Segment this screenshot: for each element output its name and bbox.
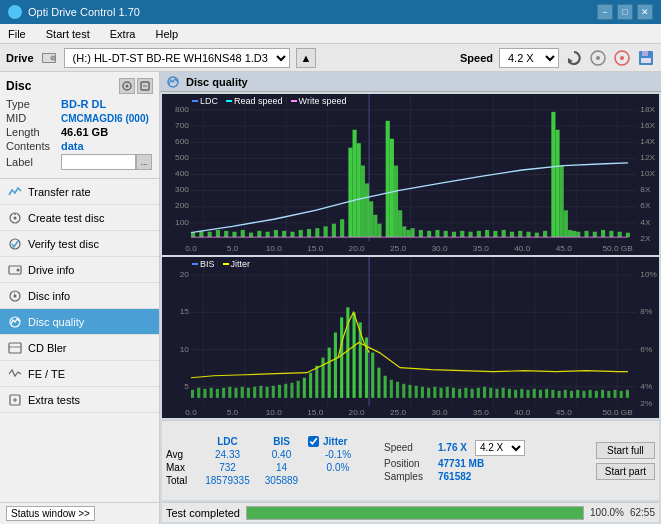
eject-button[interactable]: ▲ (296, 48, 317, 68)
menu-file[interactable]: File (4, 27, 30, 41)
disc-label-row: Label ... (6, 154, 153, 170)
nav-drive-info[interactable]: Drive info (0, 257, 159, 283)
drive-bar: Drive (H:) HL-DT-ST BD-RE WH16NS48 1.D3 … (0, 44, 661, 72)
svg-rect-80 (191, 233, 195, 237)
speed-stat-select[interactable]: 4.2 X (475, 440, 525, 456)
disc-icon-btn-1[interactable] (119, 78, 135, 94)
drive-select[interactable]: (H:) HL-DT-ST BD-RE WH16NS48 1.D3 (64, 48, 290, 68)
svg-point-8 (620, 56, 624, 60)
svg-rect-184 (216, 389, 219, 398)
svg-rect-84 (224, 231, 228, 237)
drive-info-icon (8, 263, 22, 277)
stats-jitter-header: Jitter (323, 436, 347, 447)
status-window-button[interactable]: Status window >> (6, 506, 95, 521)
svg-rect-203 (334, 332, 337, 397)
svg-text:16X: 16X (640, 122, 655, 130)
samples-row: Samples 761582 (384, 471, 525, 482)
nav-disc-info[interactable]: i Disc info (0, 283, 159, 309)
svg-text:200: 200 (175, 202, 189, 210)
svg-text:10: 10 (180, 345, 190, 354)
svg-rect-83 (216, 230, 220, 237)
svg-rect-186 (228, 387, 231, 398)
svg-rect-115 (427, 231, 431, 237)
svg-rect-100 (353, 130, 357, 237)
svg-rect-239 (558, 391, 561, 398)
svg-rect-133 (564, 210, 568, 237)
action-buttons: Start full Start part (596, 442, 655, 480)
legend-write-speed-label: Write speed (299, 96, 347, 106)
svg-text:14X: 14X (640, 138, 655, 146)
svg-rect-217 (421, 387, 424, 398)
svg-text:50.0 GB: 50.0 GB (602, 244, 632, 252)
menu-help[interactable]: Help (151, 27, 182, 41)
svg-rect-189 (247, 388, 250, 398)
nav-extra-tests[interactable]: Extra tests (0, 387, 159, 413)
label-browse-button[interactable]: ... (136, 154, 152, 170)
svg-rect-188 (241, 387, 244, 398)
svg-rect-135 (572, 231, 576, 237)
svg-text:15.0: 15.0 (307, 408, 324, 417)
nav-transfer-rate[interactable]: Transfer rate (0, 179, 159, 205)
nav-fe-te[interactable]: FE / TE (0, 361, 159, 387)
menu-start-test[interactable]: Start test (42, 27, 94, 41)
title-bar-controls: − □ ✕ (597, 4, 653, 20)
svg-rect-103 (365, 183, 369, 237)
svg-rect-137 (584, 231, 588, 237)
svg-point-17 (14, 216, 17, 219)
legend-write-speed: Write speed (291, 96, 347, 106)
svg-rect-196 (290, 383, 293, 398)
nav-disc-quality-label: Disc quality (28, 316, 84, 328)
start-full-button[interactable]: Start full (596, 442, 655, 459)
svg-rect-228 (489, 388, 492, 398)
svg-text:45.0: 45.0 (556, 244, 572, 252)
close-button[interactable]: ✕ (637, 4, 653, 20)
svg-point-3 (51, 56, 54, 59)
svg-rect-233 (520, 389, 523, 398)
disc-panel-label: Disc (6, 79, 31, 93)
svg-rect-113 (411, 228, 415, 237)
disc-write-icon[interactable] (613, 49, 631, 67)
svg-rect-117 (444, 231, 448, 237)
minimize-button[interactable]: − (597, 4, 613, 20)
save-icon[interactable] (637, 49, 655, 67)
svg-rect-129 (543, 231, 547, 237)
disc-type-value: BD-R DL (61, 98, 106, 110)
start-part-button[interactable]: Start part (596, 463, 655, 480)
disc-read-icon[interactable] (589, 49, 607, 67)
max-label: Max (166, 462, 196, 473)
nav-fe-te-label: FE / TE (28, 368, 65, 380)
nav-verify-test-disc[interactable]: Verify test disc (0, 231, 159, 257)
svg-rect-180 (191, 390, 194, 398)
disc-label-input[interactable] (61, 154, 136, 170)
disc-icon-btn-2[interactable] (137, 78, 153, 94)
title-bar-left: Opti Drive Control 1.70 (8, 5, 140, 19)
svg-text:500: 500 (175, 154, 189, 162)
speed-select[interactable]: 4.2 X (499, 48, 559, 68)
refresh-icon[interactable] (565, 49, 583, 67)
svg-rect-197 (297, 381, 300, 398)
svg-rect-140 (609, 231, 613, 237)
jitter-checkbox[interactable] (308, 436, 319, 447)
svg-rect-90 (274, 230, 278, 237)
nav-cd-bler[interactable]: CD Bler (0, 335, 159, 361)
disc-quality-title: Disc quality (186, 76, 248, 88)
svg-rect-242 (576, 390, 579, 398)
bottom-chart: BIS Jitter (162, 257, 659, 418)
svg-rect-193 (272, 386, 275, 398)
app-icon (8, 5, 22, 19)
progress-area: Test completed 100.0% 62:55 (162, 502, 659, 522)
svg-text:600: 600 (175, 138, 189, 146)
maximize-button[interactable]: □ (617, 4, 633, 20)
speed-stat-value: 1.76 X (438, 442, 467, 453)
svg-rect-234 (526, 390, 529, 398)
svg-rect-127 (526, 232, 530, 237)
nav-create-test-disc[interactable]: Create test disc (0, 205, 159, 231)
nav-disc-quality[interactable]: Disc quality (0, 309, 159, 335)
svg-rect-227 (483, 387, 486, 398)
svg-rect-200 (315, 366, 318, 398)
menu-extra[interactable]: Extra (106, 27, 140, 41)
svg-text:15: 15 (180, 307, 190, 316)
svg-rect-191 (259, 386, 262, 398)
bottom-chart-svg: 20 15 10 5 10% 8% 6% 4% 2% 0.0 5.0 10.0 … (162, 257, 659, 418)
svg-rect-232 (514, 390, 517, 398)
